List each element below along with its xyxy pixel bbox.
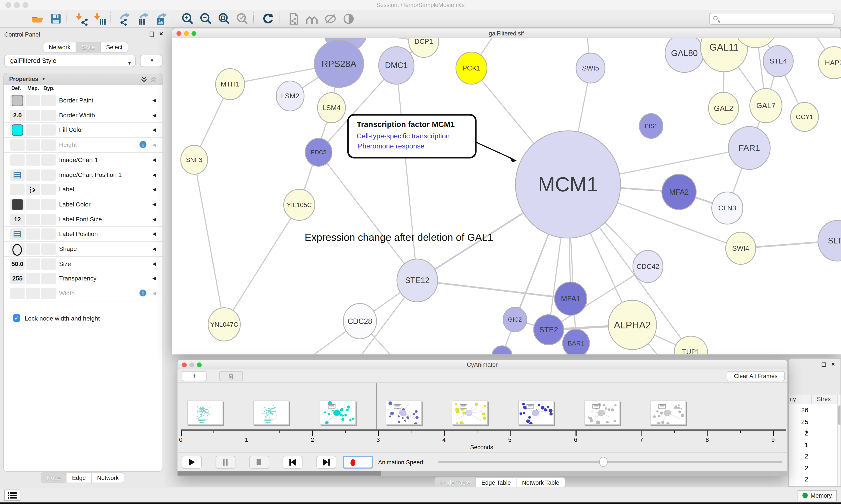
clear-all-frames-button[interactable]: Clear All Frames <box>727 371 785 381</box>
property-row-border-paint[interactable]: Border Paint◀ <box>4 93 162 108</box>
expand-row-icon[interactable]: ◀ <box>153 202 156 207</box>
default-value-cell[interactable] <box>10 229 25 240</box>
default-value-cell[interactable] <box>10 169 25 180</box>
expand-row-icon[interactable]: ◀ <box>153 157 156 162</box>
annotation-link[interactable]: Pheromone response <box>358 142 424 150</box>
hide-details-icon[interactable] <box>323 11 338 26</box>
add-frame-button[interactable]: + <box>182 371 207 381</box>
tab-network-table[interactable]: Network Table <box>517 477 565 488</box>
zoom-in-icon[interactable] <box>180 11 195 26</box>
default-value-cell[interactable]: 50.0 <box>10 258 25 270</box>
import-table-icon[interactable] <box>92 11 107 26</box>
edge-dmc1-ste12[interactable] <box>396 66 417 281</box>
tab-node-table[interactable]: Node Table <box>434 477 476 488</box>
timeline-frame-3[interactable] <box>386 400 422 425</box>
default-value-cell[interactable] <box>10 140 25 151</box>
slider-thumb[interactable] <box>599 457 608 467</box>
annotation-link[interactable]: Cell-type-specific transcription <box>357 132 450 140</box>
pause-button[interactable] <box>215 456 235 469</box>
collapse-all-icon[interactable] <box>150 76 157 83</box>
mapping-cell[interactable] <box>26 199 40 210</box>
default-value-cell[interactable] <box>10 199 25 210</box>
animation-speed-slider[interactable] <box>438 461 782 463</box>
bypass-cell[interactable] <box>41 95 56 106</box>
expand-row-icon[interactable]: ◀ <box>153 216 156 221</box>
bypass-cell[interactable] <box>41 154 56 165</box>
table-mode-button[interactable] <box>4 489 20 501</box>
timeline-frame-2[interactable] <box>320 400 355 425</box>
column-header-centrality[interactable]: ity <box>790 396 796 402</box>
expand-row-icon[interactable]: ◀ <box>153 142 156 147</box>
bypass-cell[interactable] <box>41 140 56 151</box>
tab-node[interactable]: Node <box>41 472 67 483</box>
expand-row-icon[interactable]: ◀ <box>153 112 156 118</box>
table-cell[interactable]: 26 <box>789 406 808 414</box>
edge-snf3-ynl047c[interactable] <box>194 160 224 324</box>
mapping-cell[interactable] <box>26 244 40 255</box>
lock-aspect-checkbox[interactable]: ✓ <box>13 314 20 322</box>
network-canvas[interactable]: RPS28BDCP1RPS28ADMC1PCK1SWI5MTH1LSM2LSM4… <box>172 38 841 355</box>
column-header-stress[interactable]: Stres <box>817 396 831 402</box>
tab-select[interactable]: Select <box>101 42 128 53</box>
open-session-icon[interactable] <box>30 11 45 26</box>
float-panel-icon[interactable] <box>149 32 154 37</box>
column-divider[interactable] <box>811 395 812 404</box>
default-value-cell[interactable] <box>10 184 25 195</box>
timeline-frame-5[interactable] <box>518 400 554 425</box>
default-value-cell[interactable] <box>10 244 25 255</box>
table-cell[interactable]: 2 <box>789 464 808 472</box>
default-value-cell[interactable] <box>10 288 25 299</box>
timeline-frame-7[interactable] <box>650 400 686 425</box>
close-panel-icon[interactable]: × <box>159 30 163 37</box>
scrollbar-thumb[interactable] <box>178 471 381 475</box>
tab-network[interactable]: Network <box>92 472 125 483</box>
default-value-cell[interactable] <box>10 95 25 106</box>
timeline-scrollbar[interactable] <box>178 471 787 475</box>
float-panel-icon[interactable] <box>822 363 826 367</box>
property-row-transparency[interactable]: 255Transparency◀ <box>4 271 162 286</box>
bypass-cell[interactable] <box>41 258 56 270</box>
expand-row-icon[interactable]: ◀ <box>153 276 156 281</box>
bypass-cell[interactable] <box>41 184 56 195</box>
default-value-cell[interactable] <box>10 125 25 136</box>
default-value-cell[interactable]: 12 <box>10 214 25 225</box>
tab-edge[interactable]: Edge <box>67 472 92 483</box>
bypass-cell[interactable] <box>41 288 56 299</box>
tab-network[interactable]: Network <box>43 42 76 53</box>
mapping-cell[interactable] <box>26 288 40 299</box>
expand-all-icon[interactable] <box>141 76 148 83</box>
save-session-icon[interactable] <box>48 11 63 26</box>
table-cell[interactable]: 2 <box>789 430 808 437</box>
property-row-label-position[interactable]: Label Position◀ <box>4 227 162 242</box>
expand-row-icon[interactable]: ◀ <box>153 291 156 296</box>
bypass-cell[interactable] <box>41 110 56 121</box>
expand-row-icon[interactable]: ◀ <box>153 127 156 132</box>
bypass-cell[interactable] <box>41 214 56 225</box>
table-cell[interactable]: 25 <box>789 418 808 426</box>
property-row-label-color[interactable]: Label Color◀ <box>4 197 162 212</box>
bypass-cell[interactable] <box>41 273 56 284</box>
zoom-out-icon[interactable] <box>198 11 214 26</box>
search-input[interactable] <box>709 13 835 25</box>
info-icon[interactable]: i <box>140 141 146 148</box>
property-row-image-chart-1[interactable]: Image/Chart 1◀ <box>4 152 162 167</box>
property-row-label-font-size[interactable]: 12Label Font Size◀ <box>4 212 162 227</box>
cyanimator-titlebar[interactable]: CyAnimator <box>178 360 787 370</box>
mapping-cell[interactable] <box>26 125 40 136</box>
mapping-cell[interactable] <box>26 214 40 225</box>
table-cell[interactable]: 2 <box>789 453 808 460</box>
default-value-cell[interactable]: 255 <box>10 273 25 284</box>
mapping-cell[interactable] <box>26 184 40 195</box>
mapping-cell[interactable] <box>26 273 40 284</box>
network-window-titlebar[interactable]: galFiltered.sif <box>172 29 840 38</box>
show-details-icon[interactable] <box>341 11 356 26</box>
table-cell[interactable]: 2 <box>789 475 808 483</box>
property-row-border-width[interactable]: 2.0Border Width◀ <box>4 108 162 123</box>
edge-pdc5-ste12[interactable] <box>319 152 417 281</box>
info-icon[interactable]: i <box>140 290 146 297</box>
mapping-cell[interactable] <box>26 95 40 106</box>
edge-yil105c-ynl047c[interactable] <box>224 205 299 324</box>
refresh-layout-icon[interactable] <box>261 11 276 26</box>
network-caption[interactable]: Expression change after deletion of GAL1 <box>305 232 493 243</box>
property-row-size[interactable]: 50.0Size◀ <box>4 257 162 271</box>
